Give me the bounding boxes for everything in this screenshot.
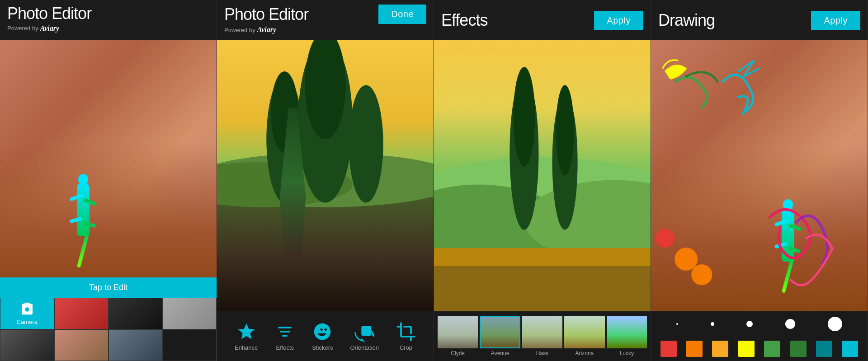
effect-lucky-label: Lucky — [620, 350, 634, 356]
drawing-apply-button[interactable]: Apply — [811, 11, 860, 30]
panel3-image-area — [434, 40, 651, 311]
tool-orientation[interactable]: Orientation — [350, 322, 379, 351]
effect-clyde[interactable]: Clyde — [438, 316, 478, 356]
stickers-icon — [312, 322, 332, 342]
svg-point-8 — [349, 85, 383, 202]
thumb-7[interactable] — [162, 329, 217, 361]
thumb-3[interactable] — [162, 298, 217, 329]
panel4-image-area — [651, 40, 868, 311]
done-button[interactable]: Done — [378, 5, 426, 24]
effect-lucky-thumb — [607, 316, 647, 348]
effect-clyde-thumb — [438, 316, 478, 348]
panel1-header: Photo Editor Powered by Aviary — [0, 0, 217, 40]
effect-clyde-label: Clyde — [451, 350, 465, 356]
panel1-powered-by: Powered by Aviary — [7, 24, 209, 33]
effect-avenue-label: Avenue — [491, 350, 509, 356]
color-amber[interactable] — [712, 341, 728, 357]
panel2-title: Photo Editor — [224, 5, 308, 23]
lizard-panel4 — [770, 194, 806, 284]
brush-size-row — [651, 311, 868, 336]
panel2-powered-by: Powered by Aviary — [224, 26, 426, 34]
panel2-image-area — [217, 40, 434, 311]
thumb-2[interactable] — [108, 298, 163, 329]
panel4-header: Drawing Apply — [651, 0, 868, 40]
svg-point-16 — [513, 67, 535, 166]
camera-thumb[interactable]: Camera — [0, 298, 54, 329]
effect-lucky[interactable]: Lucky — [607, 316, 647, 356]
color-palette-row — [651, 336, 868, 361]
panel2-photo-trees — [217, 40, 434, 311]
lizard-body — [77, 182, 90, 236]
effect-hass-thumb — [522, 316, 562, 348]
effect-arizona-thumb — [564, 316, 604, 348]
effect-arizona-label: Arizona — [576, 350, 594, 356]
effect-avenue[interactable]: Avenue — [480, 316, 520, 356]
panel1-title: Photo Editor — [7, 5, 91, 23]
tool-stickers[interactable]: Stickers — [312, 322, 333, 351]
color-green-light[interactable] — [764, 341, 780, 357]
panel-drawing: Drawing Apply — [651, 0, 868, 361]
camera-label: Camera — [17, 319, 38, 325]
tool-enhance-label: Enhance — [235, 344, 258, 351]
brush-size-sm[interactable] — [711, 322, 714, 326]
tool-effects-label: Effects — [276, 344, 294, 351]
orientation-icon — [354, 322, 374, 342]
effects-apply-button[interactable]: Apply — [594, 11, 643, 30]
tool-orientation-label: Orientation — [350, 344, 379, 351]
svg-rect-14 — [434, 266, 651, 311]
hills-svg — [434, 40, 651, 311]
svg-point-18 — [556, 85, 574, 175]
tool-enhance[interactable]: Enhance — [235, 322, 258, 351]
effect-avenue-thumb — [480, 316, 520, 348]
effect-arizona[interactable]: Arizona — [564, 316, 604, 356]
panel1-image-area[interactable]: Tap to Edit — [0, 40, 217, 298]
brush-size-md[interactable] — [746, 321, 753, 327]
effect-hass-label: Hass — [536, 350, 548, 356]
tool-crop[interactable]: Crop — [396, 322, 416, 351]
thumb-5[interactable] — [54, 329, 108, 361]
color-red[interactable] — [660, 341, 677, 357]
camera-icon — [20, 302, 34, 317]
panel-effects: Effects Apply — [434, 0, 651, 361]
crop-icon — [396, 322, 416, 342]
effects-icon — [275, 322, 295, 342]
color-cyan[interactable] — [842, 341, 858, 357]
panel4-title: Drawing — [658, 11, 715, 29]
panel3-title: Effects — [441, 11, 487, 29]
panel3-header: Effects Apply — [434, 0, 651, 40]
brush-size-xs[interactable] — [676, 323, 678, 325]
panel4-photo — [651, 40, 868, 311]
thumbnail-strip: Camera — [0, 298, 217, 361]
enhance-icon — [236, 322, 256, 342]
color-yellow[interactable] — [738, 341, 755, 357]
lizard-illustration — [65, 169, 101, 259]
brush-size-lg[interactable] — [785, 319, 795, 329]
panel2-header: Photo Editor Done Powered by Aviary — [217, 0, 434, 40]
effect-hass[interactable]: Hass — [522, 316, 562, 356]
trees-svg — [217, 40, 434, 311]
color-orange[interactable] — [686, 341, 703, 357]
effects-strip: Clyde Avenue Hass Arizona — [434, 311, 651, 361]
panel-photo-editor-tools: Photo Editor Done Powered by Aviary — [217, 0, 434, 361]
color-green-dark[interactable] — [790, 341, 807, 357]
tool-effects[interactable]: Effects — [275, 322, 295, 351]
lizard-tail — [76, 232, 89, 268]
toolbar: Enhance Effects Stickers Orientation — [217, 311, 434, 361]
panel3-photo-hills — [434, 40, 651, 311]
panel1-photo — [0, 40, 217, 298]
svg-point-7 — [271, 71, 298, 153]
color-teal[interactable] — [816, 341, 832, 357]
brush-size-xl[interactable] — [828, 317, 842, 331]
tap-to-edit-button[interactable]: Tap to Edit — [0, 277, 217, 298]
thumb-4[interactable] — [0, 329, 54, 361]
tool-crop-label: Crop — [400, 344, 412, 351]
thumb-1[interactable] — [54, 298, 108, 329]
panel-photo-editor-main: Photo Editor Powered by Aviary Tap to Ed… — [0, 0, 217, 361]
tool-stickers-label: Stickers — [312, 344, 333, 351]
thumb-6[interactable] — [108, 329, 163, 361]
drawing-canvas[interactable] — [651, 40, 868, 311]
